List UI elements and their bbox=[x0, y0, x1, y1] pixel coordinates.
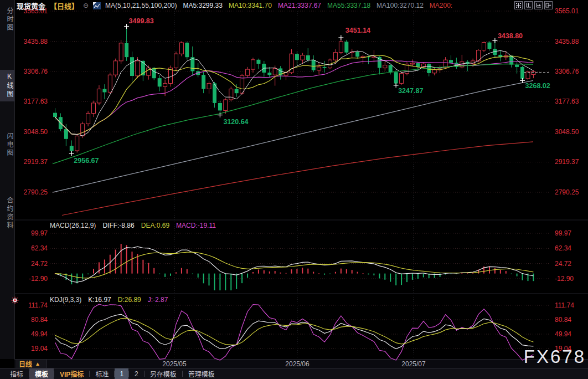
collapse-arrow-icon: ▲ bbox=[35, 361, 40, 367]
scale-up-icon[interactable] bbox=[524, 1, 533, 9]
tab-另存模板[interactable]: 另存模板 bbox=[145, 368, 182, 379]
svg-text:3268.02: 3268.02 bbox=[525, 82, 550, 90]
svg-text:2790.25: 2790.25 bbox=[24, 188, 48, 196]
svg-text:99.97: 99.97 bbox=[555, 229, 571, 237]
value-label: J:-2.87 bbox=[148, 296, 168, 304]
value-label: K:16.97 bbox=[88, 296, 111, 304]
sidebar-item-1[interactable]: K线图 bbox=[0, 70, 14, 101]
value-label: MACD:-19.11 bbox=[176, 222, 216, 229]
value-label: DIFF:-8.86 bbox=[102, 222, 134, 229]
value-label: D:26.89 bbox=[118, 296, 141, 304]
tab-1[interactable]: 1 bbox=[115, 368, 128, 379]
x-axis-strip bbox=[14, 359, 588, 368]
svg-text:49.94: 49.94 bbox=[555, 330, 571, 338]
kdj-alert-icon[interactable] bbox=[11, 296, 19, 306]
svg-text:19.04: 19.04 bbox=[31, 345, 48, 352]
svg-text:62.34: 62.34 bbox=[555, 244, 571, 252]
bottom-tabbar: 指标模板VIP指标标准12另存模板管理模板 bbox=[0, 368, 588, 379]
sidebar-item-3[interactable]: 合约资料 bbox=[0, 194, 14, 233]
value-label: DEA:0.69 bbox=[141, 222, 169, 229]
sidebar-item-0[interactable]: 分时图 bbox=[0, 4, 14, 35]
tab-管理模板[interactable]: 管理模板 bbox=[183, 368, 220, 379]
value-label: MA21:3337.67 bbox=[278, 2, 321, 9]
svg-text:49.94: 49.94 bbox=[31, 330, 48, 338]
svg-text:3435.88: 3435.88 bbox=[24, 38, 48, 45]
value-label: MA100:3270.12 bbox=[376, 2, 424, 9]
period-selector[interactable]: 日线 ▲ bbox=[16, 360, 47, 368]
svg-text:3247.87: 3247.87 bbox=[398, 87, 423, 95]
svg-text:2956.67: 2956.67 bbox=[74, 157, 99, 165]
value-label: MA200: bbox=[430, 2, 452, 9]
chart-canvas[interactable]: 3565.013565.013435.883435.883306.763306.… bbox=[0, 0, 588, 368]
exit-panel-icon[interactable] bbox=[544, 1, 553, 9]
svg-text:24.72: 24.72 bbox=[555, 260, 571, 268]
value-label: KDJ(9,3,3) bbox=[50, 296, 81, 304]
tab-模板[interactable]: 模板 bbox=[29, 368, 54, 379]
tab-VIP指标[interactable]: VIP指标 bbox=[54, 368, 89, 379]
period-tag: 【日线】 bbox=[50, 1, 79, 11]
tab-指标[interactable]: 指标 bbox=[4, 368, 29, 379]
svg-text:-12.90: -12.90 bbox=[555, 275, 574, 283]
value-label: MA55:3337.18 bbox=[327, 2, 370, 9]
value-label: MA5:3299.33 bbox=[183, 2, 223, 9]
svg-text:2919.37: 2919.37 bbox=[24, 158, 48, 166]
macd-header[interactable]: MACD(26,12,9)DIFF:-8.86DEA:0.69MACD:-19.… bbox=[50, 222, 216, 229]
watermark: FX678 bbox=[524, 346, 586, 367]
pan-icon[interactable] bbox=[514, 1, 523, 9]
tab-标准[interactable]: 标准 bbox=[90, 368, 114, 379]
svg-text:2919.37: 2919.37 bbox=[555, 158, 579, 166]
svg-text:62.34: 62.34 bbox=[31, 244, 48, 252]
svg-text:3451.14: 3451.14 bbox=[345, 27, 370, 34]
svg-text:80.84: 80.84 bbox=[31, 316, 48, 324]
value-label: MA10:3341.70 bbox=[229, 2, 272, 9]
svg-text:24.72: 24.72 bbox=[31, 260, 48, 268]
trading-app-window: 分时图K线图闪电图合约资料 现货黄金 【日线】 ⊖ MA(5,10,21,55,… bbox=[0, 0, 588, 379]
svg-text:3306.76: 3306.76 bbox=[24, 68, 48, 75]
collapse-circle-icon[interactable]: ⊖ bbox=[83, 2, 89, 9]
chart-header: 现货黄金 【日线】 ⊖ MA(5,10,21,55,100,200)MA5:32… bbox=[17, 1, 452, 10]
svg-text:3048.50: 3048.50 bbox=[24, 128, 48, 136]
instrument-title: 现货黄金 bbox=[17, 1, 45, 11]
chart-toolbar bbox=[514, 1, 553, 9]
svg-text:3565.01: 3565.01 bbox=[555, 7, 579, 15]
tab-2[interactable]: 2 bbox=[129, 368, 144, 379]
svg-text:99.97: 99.97 bbox=[31, 229, 48, 237]
svg-text:3438.80: 3438.80 bbox=[498, 32, 523, 40]
svg-text:3177.63: 3177.63 bbox=[24, 98, 48, 105]
svg-text:3048.50: 3048.50 bbox=[555, 128, 579, 136]
value-label: MACD(26,12,9) bbox=[50, 222, 96, 229]
ma-values: MA(5,10,21,55,100,200)MA5:3299.33MA10:33… bbox=[105, 2, 452, 9]
svg-text:3177.63: 3177.63 bbox=[555, 98, 579, 105]
scale-right-icon[interactable] bbox=[534, 1, 543, 9]
svg-text:111.74: 111.74 bbox=[28, 301, 48, 309]
svg-text:80.84: 80.84 bbox=[555, 316, 571, 324]
svg-text:3120.64: 3120.64 bbox=[223, 118, 248, 126]
kdj-header[interactable]: KDJ(9,3,3)K:16.97D:26.89J:-2.87 bbox=[50, 296, 168, 304]
period-label: 日线 bbox=[19, 359, 32, 368]
sidebar-item-2[interactable]: 闪电图 bbox=[0, 130, 14, 160]
svg-text:3306.76: 3306.76 bbox=[555, 68, 579, 75]
svg-text:3499.83: 3499.83 bbox=[129, 17, 154, 25]
svg-text:-12.90: -12.90 bbox=[29, 275, 48, 283]
chart-type-icon[interactable] bbox=[93, 2, 101, 9]
svg-text:111.74: 111.74 bbox=[555, 301, 574, 309]
svg-text:3435.88: 3435.88 bbox=[555, 38, 579, 45]
svg-text:2790.25: 2790.25 bbox=[555, 188, 579, 196]
value-label: MA(5,10,21,55,100,200) bbox=[105, 2, 177, 9]
